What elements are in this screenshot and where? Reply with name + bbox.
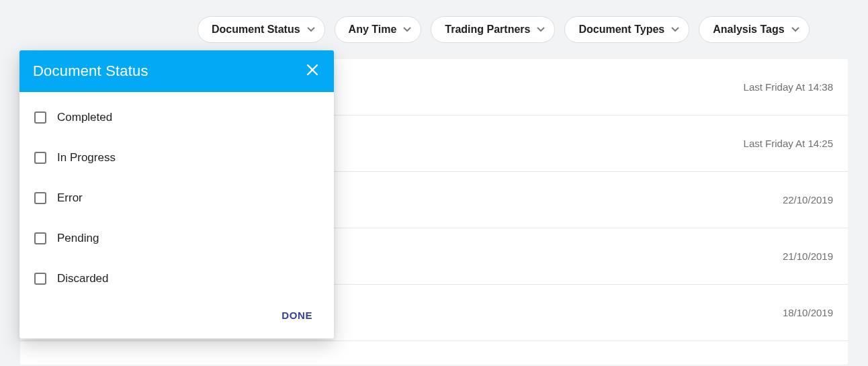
caret-down-icon [671, 27, 679, 32]
option-label: Discarded [57, 272, 109, 285]
option-discarded[interactable]: Discarded [19, 259, 334, 299]
caret-down-icon [791, 27, 799, 32]
timestamp: Last Friday At 14:25 [744, 138, 833, 149]
filter-label: Document Status [212, 24, 300, 36]
timestamp: Last Friday At 14:38 [744, 81, 833, 93]
option-label: Completed [57, 111, 112, 124]
checkbox[interactable] [34, 152, 46, 164]
filter-label: Document Types [578, 24, 664, 36]
option-label: In Progress [57, 151, 116, 165]
option-label: Pending [57, 232, 99, 245]
document-status-popover: Document Status Completed In Progress Er… [19, 50, 334, 338]
close-icon [306, 64, 318, 79]
checkbox[interactable] [34, 111, 46, 124]
checkbox[interactable] [34, 232, 46, 244]
option-pending[interactable]: Pending [19, 218, 334, 259]
filter-document-status[interactable]: Document Status [198, 16, 325, 43]
caret-down-icon [403, 27, 411, 32]
option-in-progress[interactable]: In Progress [19, 138, 334, 178]
timestamp: 21/10/2019 [783, 250, 833, 262]
filter-label: Trading Partners [445, 24, 530, 36]
options-list: Completed In Progress Error Pending Disc… [19, 92, 334, 299]
option-label: Error [57, 191, 83, 205]
filter-trading-partners[interactable]: Trading Partners [431, 16, 555, 43]
popover-actions: DONE [19, 299, 334, 338]
checkbox[interactable] [34, 273, 46, 285]
caret-down-icon [537, 27, 545, 32]
timestamp: 22/10/2019 [783, 194, 833, 205]
filter-any-time[interactable]: Any Time [335, 16, 422, 43]
popover-header: Document Status [19, 50, 334, 92]
timestamp: 18/10/2019 [783, 307, 833, 318]
option-completed[interactable]: Completed [19, 97, 334, 138]
done-button[interactable]: DONE [275, 306, 319, 325]
filter-label: Any Time [349, 24, 397, 36]
popover-title: Document Status [33, 62, 148, 80]
checkbox[interactable] [34, 192, 46, 204]
filter-document-types[interactable]: Document Types [564, 16, 689, 43]
filter-analysis-tags[interactable]: Analysis Tags [699, 16, 809, 43]
caret-down-icon [307, 27, 315, 32]
close-button[interactable] [304, 63, 320, 79]
filter-label: Analysis Tags [713, 24, 784, 36]
option-error[interactable]: Error [19, 178, 334, 218]
